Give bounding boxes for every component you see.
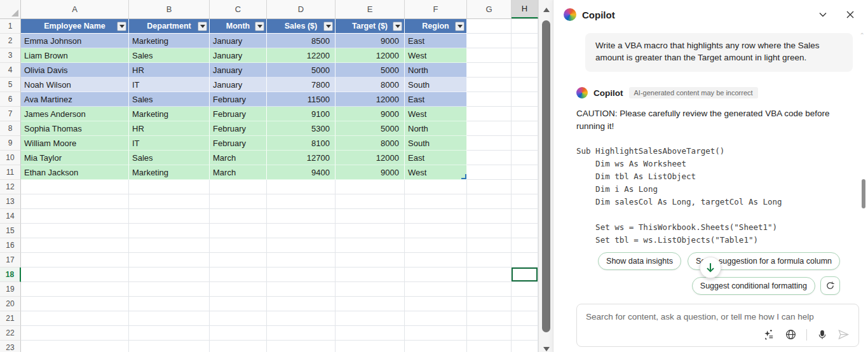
cell-B17[interactable] <box>129 253 210 267</box>
cell-G20[interactable] <box>467 297 512 311</box>
cell-B16[interactable] <box>129 238 210 253</box>
cell-F21[interactable] <box>405 311 467 326</box>
cell-E15[interactable] <box>336 224 405 238</box>
row-header-1[interactable]: 1 <box>0 19 21 34</box>
cell-E22[interactable] <box>336 326 405 341</box>
cell-F12[interactable] <box>405 180 467 194</box>
cell-C14[interactable] <box>210 209 267 224</box>
cell-C18[interactable] <box>210 267 267 282</box>
cell-A9[interactable]: William Moore <box>21 136 129 151</box>
cell-A17[interactable] <box>21 253 129 267</box>
row-header-17[interactable]: 17 <box>0 253 21 267</box>
cell-F10[interactable]: East <box>405 151 467 165</box>
row-header-16[interactable]: 16 <box>0 238 21 253</box>
cell-G6[interactable] <box>467 92 512 107</box>
cell-E13[interactable] <box>336 194 405 209</box>
cell-D20[interactable] <box>267 297 336 311</box>
cell-D12[interactable] <box>267 180 336 194</box>
scroll-to-bottom-button[interactable] <box>700 257 721 278</box>
row-header-9[interactable]: 9 <box>0 136 21 151</box>
cell-D15[interactable] <box>267 224 336 238</box>
cell-H15[interactable] <box>512 224 538 238</box>
cell-D13[interactable] <box>267 194 336 209</box>
cell-F23[interactable] <box>405 341 467 352</box>
cell-A14[interactable] <box>21 209 129 224</box>
cell-H18[interactable] <box>512 267 538 282</box>
cell-H16[interactable] <box>512 238 538 253</box>
cell-A6[interactable]: Ava Martinez <box>21 92 129 107</box>
regenerate-button[interactable] <box>820 276 840 295</box>
cell-E17[interactable] <box>336 253 405 267</box>
cell-E5[interactable]: 8000 <box>336 78 405 92</box>
cell-B20[interactable] <box>129 297 210 311</box>
cell-E6[interactable]: 12000 <box>336 92 405 107</box>
cell-D23[interactable] <box>267 341 336 352</box>
cell-A16[interactable] <box>21 238 129 253</box>
cell-C19[interactable] <box>210 282 267 297</box>
scrollbar-thumb[interactable] <box>542 20 550 332</box>
cell-C8[interactable]: February <box>210 121 267 136</box>
show-data-insights-button[interactable]: Show data insights <box>598 252 681 270</box>
cell-B14[interactable] <box>129 209 210 224</box>
cell-H6[interactable] <box>512 92 538 107</box>
chat-scrollbar-thumb[interactable] <box>862 179 865 208</box>
sheet-vertical-scrollbar[interactable] <box>538 0 553 352</box>
cell-G11[interactable] <box>467 165 512 180</box>
cell-F4[interactable]: North <box>405 63 467 78</box>
cell-C22[interactable] <box>210 326 267 341</box>
cell-B23[interactable] <box>129 341 210 352</box>
cell-D14[interactable] <box>267 209 336 224</box>
conditional-formatting-button[interactable]: Suggest conditional formatting <box>692 277 815 295</box>
cell-F1[interactable]: Region <box>405 19 467 34</box>
cell-G23[interactable] <box>467 341 512 352</box>
cell-G9[interactable] <box>467 136 512 151</box>
cell-E7[interactable]: 9000 <box>336 107 405 121</box>
cell-F3[interactable]: West <box>405 48 467 63</box>
globe-icon[interactable] <box>785 328 797 341</box>
cell-B9[interactable]: IT <box>129 136 210 151</box>
cell-F17[interactable] <box>405 253 467 267</box>
row-header-19[interactable]: 19 <box>0 282 21 297</box>
row-header-7[interactable]: 7 <box>0 107 21 121</box>
cell-F15[interactable] <box>405 224 467 238</box>
cell-D19[interactable] <box>267 282 336 297</box>
cell-C23[interactable] <box>210 341 267 352</box>
cell-C11[interactable]: March <box>210 165 267 180</box>
cell-C9[interactable]: February <box>210 136 267 151</box>
cell-E10[interactable]: 12000 <box>336 151 405 165</box>
cell-B19[interactable] <box>129 282 210 297</box>
cell-B13[interactable] <box>129 194 210 209</box>
cell-C15[interactable] <box>210 224 267 238</box>
row-header-11[interactable]: 11 <box>0 165 21 180</box>
cell-A5[interactable]: Noah Wilson <box>21 78 129 92</box>
cell-E3[interactable]: 12000 <box>336 48 405 63</box>
cell-E14[interactable] <box>336 209 405 224</box>
cell-H13[interactable] <box>512 194 538 209</box>
cell-C4[interactable]: January <box>210 63 267 78</box>
cell-F20[interactable] <box>405 297 467 311</box>
cell-B2[interactable]: Marketing <box>129 34 210 48</box>
cell-H19[interactable] <box>512 282 538 297</box>
cell-G4[interactable] <box>467 63 512 78</box>
filter-dropdown-button[interactable] <box>198 22 207 31</box>
send-icon[interactable] <box>837 328 850 341</box>
cell-E4[interactable]: 5000 <box>336 63 405 78</box>
cell-C21[interactable] <box>210 311 267 326</box>
cell-G21[interactable] <box>467 311 512 326</box>
cell-D11[interactable]: 9400 <box>267 165 336 180</box>
cell-E12[interactable] <box>336 180 405 194</box>
cell-D5[interactable]: 7800 <box>267 78 336 92</box>
column-header-A[interactable]: A <box>21 0 129 18</box>
cell-C3[interactable]: January <box>210 48 267 63</box>
column-header-E[interactable]: E <box>336 0 405 18</box>
cell-D6[interactable]: 11500 <box>267 92 336 107</box>
row-header-8[interactable]: 8 <box>0 121 21 136</box>
cell-C20[interactable] <box>210 297 267 311</box>
cell-B15[interactable] <box>129 224 210 238</box>
cell-A2[interactable]: Emma Johnson <box>21 34 129 48</box>
cell-H7[interactable] <box>512 107 538 121</box>
filter-dropdown-button[interactable] <box>393 22 402 31</box>
cell-F19[interactable] <box>405 282 467 297</box>
cell-D8[interactable]: 5300 <box>267 121 336 136</box>
cell-H17[interactable] <box>512 253 538 267</box>
